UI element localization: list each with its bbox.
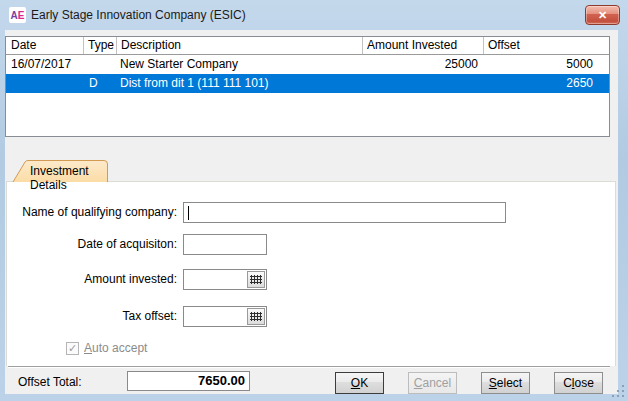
column-header-offset[interactable]: Offset: [483, 37, 609, 54]
offset-total-label: Offset Total:: [18, 375, 82, 389]
tab-investment-details[interactable]: Investment Details: [12, 160, 109, 182]
close-button[interactable]: Close: [554, 372, 603, 394]
cell-amount: [362, 74, 483, 93]
offset-total-value: 7650.00: [127, 371, 250, 391]
app-icon-letter-a: A: [11, 10, 18, 21]
auto-accept-label: Auto accept: [84, 341, 147, 355]
esic-dialog: AE Early Stage Innovation Company (ESIC)…: [0, 0, 628, 401]
calculator-icon: [250, 275, 262, 284]
auto-accept-checkbox: ✓: [66, 342, 79, 355]
name-of-qualifying-company-input[interactable]: [183, 202, 506, 223]
select-button[interactable]: Select: [481, 372, 530, 394]
cell-type: [83, 55, 116, 74]
cell-offset: 5000: [483, 55, 609, 74]
calculator-icon: [250, 312, 262, 321]
amount-invested-calculator-button[interactable]: [247, 271, 265, 288]
checkmark-icon: ✓: [68, 342, 77, 354]
investments-list: Date Type Description Amount Invested Of…: [5, 36, 610, 137]
separator-line: [8, 366, 610, 368]
tax-offset-label: Tax offset:: [5, 309, 177, 323]
column-header-type[interactable]: Type: [83, 37, 116, 54]
cancel-button: Cancel: [408, 372, 457, 394]
cell-date: 16/07/2017: [6, 55, 83, 74]
tax-offset-input[interactable]: [183, 306, 267, 327]
cell-type: D: [83, 74, 116, 93]
table-row-selected[interactable]: D Dist from dit 1 (111 111 101) 2650: [6, 74, 609, 93]
tax-offset-calculator-button[interactable]: [247, 308, 265, 325]
amount-invested-input[interactable]: [183, 269, 267, 290]
date-of-acquisition-input[interactable]: [183, 234, 267, 255]
close-window-button[interactable]: ✕: [585, 5, 620, 25]
cell-description: Dist from dit 1 (111 111 101): [116, 74, 362, 93]
text-caret: [188, 206, 189, 220]
cell-date: [6, 74, 83, 93]
app-icon-letter-e: E: [18, 10, 25, 21]
column-header-date[interactable]: Date: [6, 37, 83, 54]
cell-amount: 25000: [362, 55, 483, 74]
title-bar[interactable]: AE Early Stage Innovation Company (ESIC)…: [0, 0, 628, 30]
cell-offset: 2650: [483, 74, 609, 93]
name-of-qualifying-company-label: Name of qualifying company:: [5, 205, 177, 219]
window-title: Early Stage Innovation Company (ESIC): [31, 8, 246, 22]
column-header-amount-invested[interactable]: Amount Invested: [362, 37, 483, 54]
date-of-acquisition-label: Date of acquisiton:: [5, 237, 177, 251]
table-row[interactable]: 16/07/2017 New Starter Company 25000 500…: [6, 55, 609, 74]
close-icon: ✕: [598, 9, 607, 21]
column-header-description[interactable]: Description: [116, 37, 362, 54]
list-header: Date Type Description Amount Invested Of…: [6, 37, 609, 55]
auto-accept-row: ✓ Auto accept: [66, 341, 147, 355]
resize-grip[interactable]: [611, 384, 625, 398]
ok-button[interactable]: OK: [335, 372, 384, 394]
app-icon: AE: [9, 7, 26, 23]
amount-invested-label: Amount invested:: [5, 272, 177, 286]
tab-label: Investment Details: [30, 164, 109, 192]
cell-description: New Starter Company: [116, 55, 362, 74]
dialog-content: Date Type Description Amount Invested Of…: [5, 30, 618, 394]
